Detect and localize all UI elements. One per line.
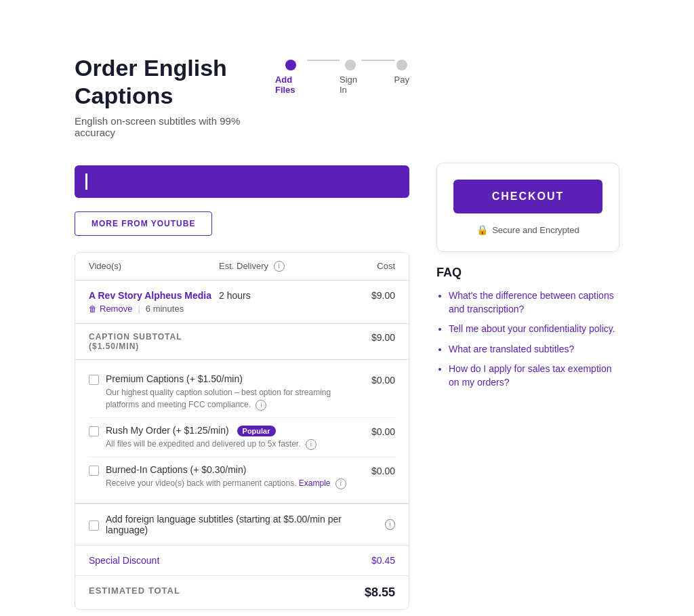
page-title: Order English Captions <box>75 54 275 110</box>
addons-section: Premium Captions (+ $1.50/min) Our highe… <box>75 360 409 504</box>
secure-row: 🔒 Secure and Encrypted <box>453 224 603 235</box>
step-add-files: Add Files <box>275 60 307 95</box>
total-value: $8.55 <box>341 586 395 600</box>
sidebar: CHECKOUT 🔒 Secure and Encrypted FAQ What… <box>436 54 619 396</box>
step-dot-sign-in <box>345 60 356 70</box>
order-card: Video(s) Est. Delivery i Cost A Rev Stor… <box>75 252 409 611</box>
foreign-language-checkbox[interactable] <box>89 520 99 531</box>
foreign-language-row: Add foreign language subtitles (starting… <box>75 504 409 545</box>
table-row: A Rev Story Alpheus Media 🗑 Remove | 6 m… <box>75 281 409 324</box>
addon-rush-desc: All files will be expedited and delivere… <box>106 438 354 450</box>
addon-rush-cost: $0.00 <box>361 426 395 437</box>
addon-burned-example-link[interactable]: Example <box>299 478 331 488</box>
total-label: ESTIMATED TOTAL <box>89 586 341 600</box>
addon-premium-checkbox[interactable] <box>89 375 99 385</box>
addon-burned-title: Burned-In Captions (+ $0.30/min) <box>106 464 354 475</box>
secure-label: Secure and Encrypted <box>492 225 579 235</box>
lock-icon: 🔒 <box>476 224 488 235</box>
faq-item-1[interactable]: Tell me about your confidentiality polic… <box>449 323 619 336</box>
delivery-time: 2 hours <box>219 290 341 301</box>
page-subtitle: English on-screen subtitles with 99% acc… <box>75 115 275 138</box>
discount-row: Special Discount $0.45 <box>75 545 409 575</box>
col-header-delivery: Est. Delivery i <box>219 261 341 272</box>
faq-item-3[interactable]: How do I apply for sales tax exemption o… <box>449 363 619 389</box>
step-dot-add-files <box>285 60 296 70</box>
addon-premium-cost: $0.00 <box>361 375 395 386</box>
upload-bar[interactable] <box>75 165 409 198</box>
addon-premium-title: Premium Captions (+ $1.50/min) <box>106 373 354 384</box>
addon-rush: Rush My Order (+ $1.25/min) Popular All … <box>89 418 395 457</box>
foreign-language-info-icon[interactable]: i <box>385 519 395 530</box>
table-header: Video(s) Est. Delivery i Cost <box>75 253 409 281</box>
trash-icon: 🗑 <box>89 304 97 314</box>
addon-burned-desc: Receive your video(s) back with permanen… <box>106 477 354 489</box>
subtotal-label: CAPTION SUBTOTAL ($1.50/min) <box>89 332 219 351</box>
subtotal-row: CAPTION SUBTOTAL ($1.50/min) $9.00 <box>75 324 409 360</box>
addon-premium-info-icon[interactable]: i <box>256 400 266 411</box>
total-row: ESTIMATED TOTAL $8.55 <box>75 575 409 609</box>
addon-burned-cost: $0.00 <box>361 466 395 476</box>
step-sign-in: Sign In <box>340 60 361 95</box>
addon-burned-info-icon[interactable]: i <box>335 478 346 489</box>
video-title[interactable]: A Rev Story Alpheus Media <box>89 290 219 301</box>
upload-cursor <box>85 173 87 190</box>
addon-burned: Burned-In Captions (+ $0.30/min) Receive… <box>89 457 395 496</box>
discount-label[interactable]: Special Discount <box>89 555 341 566</box>
step-pay: Pay <box>394 60 409 85</box>
faq-item-2[interactable]: What are translated subtitles? <box>449 343 619 356</box>
row-cost: $9.00 <box>341 290 395 301</box>
addon-premium: Premium Captions (+ $1.50/min) Our highe… <box>89 367 395 418</box>
checkout-card: CHECKOUT 🔒 Secure and Encrypted <box>436 163 619 252</box>
step-line-1 <box>307 60 340 61</box>
faq-section: FAQ What's the difference between captio… <box>436 266 619 390</box>
popular-badge: Popular <box>237 426 276 436</box>
faq-item-0[interactable]: What's the difference between captions a… <box>449 289 619 316</box>
discount-value: $0.45 <box>341 555 395 566</box>
addon-rush-checkbox[interactable] <box>89 426 99 436</box>
col-header-video: Video(s) <box>89 261 219 272</box>
col-header-cost: Cost <box>341 261 395 272</box>
addon-rush-info-icon[interactable]: i <box>306 439 317 450</box>
delivery-info-icon[interactable]: i <box>274 261 285 272</box>
video-duration: 6 minutes <box>146 304 184 314</box>
subtotal-value: $9.00 <box>341 332 395 351</box>
addon-burned-checkbox[interactable] <box>89 466 99 476</box>
youtube-button[interactable]: MORE FROM YOUTUBE <box>75 211 212 236</box>
remove-button[interactable]: 🗑 Remove <box>89 304 132 314</box>
checkout-button[interactable]: CHECKOUT <box>453 180 603 213</box>
step-dot-pay <box>396 60 407 70</box>
addon-premium-desc: Our highest quality caption solution – b… <box>106 386 354 411</box>
step-line-2 <box>361 60 394 61</box>
addon-rush-title: Rush My Order (+ $1.25/min) Popular <box>106 425 354 436</box>
faq-title: FAQ <box>436 266 619 280</box>
faq-list: What's the difference between captions a… <box>436 289 619 390</box>
foreign-language-label: Add foreign language subtitles (starting… <box>106 514 375 535</box>
